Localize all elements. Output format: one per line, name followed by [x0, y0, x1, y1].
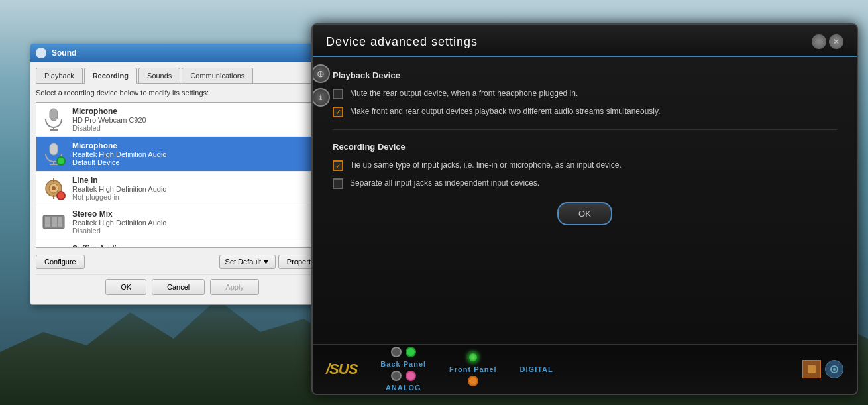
device-list[interactable]: Microphone HD Pro Webcam C920 Disabled — [36, 102, 329, 248]
device-name-linein: Line In — [72, 176, 323, 185]
device-sub-mic2: Realtek High Definition Audio — [72, 150, 311, 158]
device-icon-saffire — [42, 245, 66, 248]
back-panel-jacks-2 — [391, 371, 416, 381]
tab-playback[interactable]: Playback — [36, 68, 83, 83]
checkbox-row-2: Make front and rear output devices playb… — [333, 106, 837, 117]
checkbox-dual-stream[interactable] — [333, 107, 343, 117]
jack-back-4[interactable] — [406, 371, 416, 381]
recording-device-label: Recording Device — [333, 142, 837, 152]
digital-label: DIGITAL — [520, 365, 553, 373]
playback-device-label: Playback Device — [333, 70, 837, 80]
asus-info-btn[interactable]: ℹ — [311, 88, 330, 107]
tabs-bar: Playback Recording Sounds Communications — [36, 68, 329, 84]
jack-front-2[interactable] — [468, 376, 478, 386]
device-status-mic2: Default Device — [72, 158, 311, 166]
device-info-mic2: Microphone Realtek High Definition Audio… — [72, 141, 311, 166]
tab-sounds[interactable]: Sounds — [138, 68, 180, 83]
device-info-stereomix: Stereo Mix Realtek High Definition Audio… — [72, 209, 323, 235]
set-default-label: Set Default — [225, 258, 261, 266]
apply-button[interactable]: Apply — [210, 279, 259, 295]
device-icon-stereomix — [42, 210, 66, 234]
svg-rect-20 — [808, 365, 816, 373]
asus-ok-button[interactable]: OK — [557, 202, 612, 225]
asus-close-btn[interactable]: ✕ — [829, 34, 843, 49]
device-item-mic2[interactable]: Microphone Realtek High Definition Audio… — [36, 137, 328, 172]
front-panel-section: Front Panel — [449, 352, 497, 386]
device-info-linein: Line In Realtek High Definition Audio No… — [72, 176, 323, 201]
device-name-saffire: Saffire Audio — [72, 244, 311, 248]
device-sub-linein: Realtek High Definition Audio — [72, 185, 323, 193]
device-name-mic1: Microphone — [72, 107, 323, 116]
device-sub-stereomix: Realtek High Definition Audio — [72, 219, 323, 227]
checkbox-tie-up-label: Tie up same type of input jacks, i.e. li… — [350, 160, 622, 171]
asus-power-btn[interactable]: ⊕ — [311, 64, 330, 83]
jack-back-1[interactable] — [391, 347, 402, 357]
svg-rect-13 — [52, 217, 57, 227]
svg-rect-12 — [45, 217, 50, 227]
jack-front-active[interactable] — [468, 352, 478, 363]
checkbox-separate[interactable] — [333, 178, 343, 189]
set-default-button[interactable]: Set Default ▼ — [219, 255, 276, 269]
back-panel-section: Back Panel ANALOG — [380, 347, 426, 392]
svg-rect-14 — [58, 217, 62, 227]
device-item-linein[interactable]: Line In Realtek High Definition Audio No… — [36, 172, 328, 205]
dialog-footer: Configure Set Default ▼ Properties — [36, 255, 329, 269]
status-red-linein — [56, 191, 66, 200]
sound-dialog-icon — [36, 48, 46, 58]
front-panel-jacks — [468, 352, 478, 363]
asus-header-buttons: — ✕ — [812, 34, 843, 49]
checkbox-tie-up[interactable] — [333, 160, 343, 171]
dialog-instruction: Select a recording device below to modif… — [36, 89, 329, 97]
jack-back-3[interactable] — [391, 371, 402, 381]
device-info-saffire: Saffire Audio Saffire Audio Ready — [72, 244, 311, 248]
svg-rect-3 — [50, 143, 58, 155]
back-panel-jacks — [391, 347, 416, 357]
device-icon-mic1 — [42, 107, 66, 131]
checkbox-mute-rear[interactable] — [333, 89, 343, 99]
svg-point-22 — [833, 368, 836, 371]
checkbox-row-4: Separate all input jacks as independent … — [333, 178, 837, 189]
asus-minimize-btn[interactable]: — — [812, 34, 826, 49]
digital-section: DIGITAL — [520, 365, 553, 373]
dialog-titlebar: Sound ✕ — [30, 44, 334, 62]
asus-body: Playback Device Mute the rear output dev… — [313, 57, 857, 239]
ok-button[interactable]: OK — [105, 279, 146, 295]
svg-rect-0 — [50, 109, 58, 121]
asus-bottom-bar: /SUS Back Panel ANALOG Front Panel DIG — [313, 344, 857, 394]
asus-panel: ⊕ ℹ Device advanced settings — ✕ Playbac… — [311, 23, 858, 395]
configure-button[interactable]: Configure — [36, 255, 85, 269]
divider-1 — [333, 129, 837, 130]
dialog-title-area: Sound — [36, 48, 76, 58]
tab-communications[interactable]: Communications — [182, 68, 253, 83]
device-status-linein: Not plugged in — [72, 193, 323, 201]
status-green-mic2 — [56, 156, 66, 166]
device-status-mic1: Disabled — [72, 124, 323, 132]
device-item-mic1[interactable]: Microphone HD Pro Webcam C920 Disabled — [36, 103, 328, 137]
device-icon-mic2 — [42, 142, 66, 166]
device-icon-linein — [42, 176, 66, 200]
front-panel-jacks-2 — [468, 376, 478, 386]
device-info-mic1: Microphone HD Pro Webcam C920 Disabled — [72, 107, 323, 132]
checkbox-row-1: Mute the rear output device, when a fron… — [333, 88, 837, 99]
cancel-button[interactable]: Cancel — [152, 279, 205, 295]
device-name-mic2: Microphone — [72, 141, 311, 150]
asus-title: Device advanced settings — [326, 35, 478, 49]
analog-label: ANALOG — [386, 384, 421, 392]
asus-network-icon[interactable] — [825, 360, 843, 378]
front-panel-label: Front Panel — [449, 365, 497, 373]
checkbox-mute-rear-label: Mute the rear output device, when a fron… — [350, 88, 578, 99]
device-item-stereomix[interactable]: Stereo Mix Realtek High Definition Audio… — [36, 205, 328, 239]
asus-logo: /SUS — [326, 361, 357, 378]
sound-dialog: Sound ✕ Playback Recording Sounds Commun… — [30, 43, 335, 305]
checkbox-separate-label: Separate all input jacks as independent … — [350, 178, 539, 189]
device-status-stereomix: Disabled — [72, 227, 323, 235]
back-panel-label: Back Panel — [380, 360, 426, 368]
asus-settings-icon[interactable] — [802, 360, 821, 378]
jack-back-2[interactable] — [406, 347, 416, 357]
tab-recording[interactable]: Recording — [84, 68, 137, 84]
checkbox-row-3: Tie up same type of input jacks, i.e. li… — [333, 160, 837, 171]
dialog-content: Playback Recording Sounds Communications… — [30, 62, 334, 304]
svg-point-8 — [52, 186, 56, 190]
device-item-saffire[interactable]: Saffire Audio Saffire Audio Ready — [36, 239, 328, 248]
dialog-title-text: Sound — [52, 48, 76, 58]
